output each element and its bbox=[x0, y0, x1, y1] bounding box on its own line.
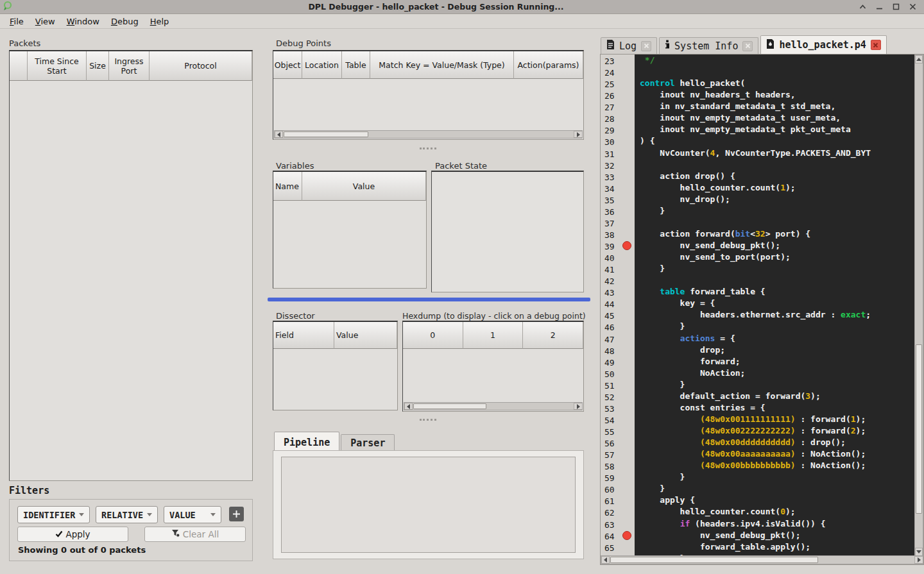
gutter-line[interactable]: 38 bbox=[601, 228, 635, 240]
editor-v-scrollbar[interactable] bbox=[914, 55, 923, 557]
column-header-table[interactable]: Table bbox=[342, 51, 370, 79]
close-icon[interactable] bbox=[742, 41, 753, 51]
gutter-line[interactable]: 50 bbox=[601, 367, 635, 379]
gutter-line[interactable]: 60 bbox=[601, 483, 635, 494]
splitter-handle[interactable] bbox=[420, 419, 436, 421]
menu-window[interactable]: Window bbox=[61, 15, 105, 28]
menu-file[interactable]: File bbox=[4, 15, 30, 28]
column-header-0[interactable]: 0 bbox=[403, 322, 463, 349]
debug-points-h-scrollbar[interactable] bbox=[274, 130, 583, 139]
gutter-line[interactable]: 62 bbox=[601, 506, 635, 518]
filter-dropdown-value[interactable]: VALUE bbox=[164, 506, 221, 523]
active-splitter-bar[interactable] bbox=[268, 298, 590, 301]
breakpoint-icon[interactable] bbox=[622, 241, 631, 250]
column-header-2[interactable]: 2 bbox=[523, 322, 583, 349]
filter-dropdown-relative[interactable]: RELATIVE bbox=[96, 506, 158, 523]
editor-gutter[interactable]: 2324252627282930313233343536373839404142… bbox=[601, 55, 635, 557]
gutter-line[interactable]: 54 bbox=[601, 414, 635, 425]
column-header-field[interactable]: Field bbox=[273, 322, 334, 349]
scroll-left-arrow-icon[interactable] bbox=[601, 556, 610, 564]
column-header-time-since-start[interactable]: Time Since Start bbox=[28, 51, 87, 81]
close-icon[interactable] bbox=[871, 40, 881, 50]
gutter-line[interactable]: 32 bbox=[601, 159, 635, 171]
gutter-line[interactable]: 24 bbox=[601, 66, 635, 78]
scroll-thumb[interactable] bbox=[610, 557, 818, 563]
column-header-name[interactable]: Name bbox=[273, 172, 302, 201]
tab-system-info[interactable]: System Info bbox=[659, 37, 758, 54]
gutter-line[interactable]: 47 bbox=[601, 333, 635, 344]
splitter-handle[interactable] bbox=[420, 148, 436, 149]
scroll-thumb[interactable] bbox=[916, 344, 922, 514]
clear-all-button[interactable]: Clear All bbox=[144, 527, 246, 542]
column-header-1[interactable]: 1 bbox=[463, 322, 524, 349]
shade-button[interactable] bbox=[859, 3, 866, 10]
column-header-size[interactable]: Size bbox=[87, 51, 109, 81]
gutter-line[interactable]: 56 bbox=[601, 437, 635, 448]
column-header-protocol[interactable]: Protocol bbox=[150, 51, 252, 81]
scroll-thumb[interactable] bbox=[284, 131, 368, 137]
column-header-location[interactable]: Location bbox=[302, 51, 342, 79]
gutter-line[interactable]: 63 bbox=[601, 518, 635, 530]
gutter-line[interactable]: 23 bbox=[601, 55, 635, 66]
gutter-line[interactable]: 51 bbox=[601, 379, 635, 391]
gutter-line[interactable]: 57 bbox=[601, 448, 635, 460]
gutter-line[interactable]: 48 bbox=[601, 344, 635, 356]
column-header-object[interactable]: Object bbox=[273, 51, 302, 79]
editor-h-scrollbar[interactable] bbox=[601, 555, 923, 564]
menu-help[interactable]: Help bbox=[144, 15, 175, 28]
gutter-line[interactable]: 44 bbox=[601, 298, 635, 309]
gutter-line[interactable]: 53 bbox=[601, 402, 635, 414]
gutter-line[interactable]: 35 bbox=[601, 194, 635, 205]
gutter-line[interactable]: 28 bbox=[601, 112, 635, 124]
scroll-left-arrow-icon[interactable] bbox=[275, 131, 283, 138]
gutter-line[interactable]: 59 bbox=[601, 471, 635, 483]
scroll-right-arrow-icon[interactable] bbox=[914, 556, 923, 564]
close-button[interactable] bbox=[909, 3, 916, 10]
scroll-left-arrow-icon[interactable] bbox=[404, 403, 413, 410]
tab-log[interactable]: Log bbox=[601, 37, 657, 54]
gutter-line[interactable]: 40 bbox=[601, 251, 635, 263]
gutter-line[interactable]: 43 bbox=[601, 286, 635, 298]
gutter-line[interactable]: 52 bbox=[601, 391, 635, 402]
gutter-line[interactable]: 30 bbox=[601, 135, 635, 147]
gutter-line[interactable]: 31 bbox=[601, 148, 635, 159]
gutter-line[interactable]: 61 bbox=[601, 494, 635, 506]
menu-view[interactable]: View bbox=[30, 15, 61, 28]
gutter-line[interactable]: 49 bbox=[601, 356, 635, 367]
gutter-line[interactable]: 36 bbox=[601, 205, 635, 217]
gutter-line[interactable]: 45 bbox=[601, 309, 635, 321]
gutter-line[interactable]: 42 bbox=[601, 274, 635, 286]
gutter-line[interactable]: 58 bbox=[601, 460, 635, 471]
tab-parser[interactable]: Parser bbox=[341, 434, 395, 451]
scroll-right-arrow-icon[interactable] bbox=[574, 403, 582, 410]
gutter-line[interactable]: 55 bbox=[601, 425, 635, 437]
scroll-right-arrow-icon[interactable] bbox=[574, 131, 582, 138]
tab-hello-packet-p4[interactable]: hello_packet.p4 bbox=[760, 35, 886, 54]
gutter-line[interactable]: 37 bbox=[601, 217, 635, 228]
add-filter-button[interactable] bbox=[229, 507, 244, 521]
column-header[interactable] bbox=[10, 51, 28, 81]
gutter-line[interactable]: 64 bbox=[601, 530, 635, 541]
close-icon[interactable] bbox=[641, 41, 651, 51]
column-header-ingress-port[interactable]: Ingress Port bbox=[109, 51, 150, 81]
gutter-line[interactable]: 25 bbox=[601, 78, 635, 89]
apply-button[interactable]: Apply bbox=[17, 527, 128, 542]
column-header-action-params[interactable]: Action(params) bbox=[514, 51, 583, 79]
gutter-line[interactable]: 26 bbox=[601, 89, 635, 101]
filter-dropdown-identifier[interactable]: IDENTIFIER bbox=[17, 506, 90, 523]
gutter-line[interactable]: 41 bbox=[601, 263, 635, 274]
column-header-value[interactable]: Value bbox=[302, 172, 426, 201]
gutter-line[interactable]: 33 bbox=[601, 171, 635, 182]
column-header-match-key-value-mask-type[interactable]: Match Key = Value/Mask (Type) bbox=[370, 51, 514, 79]
tab-pipeline[interactable]: Pipeline bbox=[274, 432, 339, 451]
column-header-value[interactable]: Value bbox=[334, 322, 397, 349]
gutter-line[interactable]: 39 bbox=[601, 240, 635, 251]
maximize-button[interactable] bbox=[893, 3, 900, 10]
gutter-line[interactable]: 34 bbox=[601, 182, 635, 194]
gutter-line[interactable]: 29 bbox=[601, 124, 635, 135]
gutter-line[interactable]: 27 bbox=[601, 101, 635, 112]
minimize-button[interactable] bbox=[876, 3, 883, 10]
gutter-line[interactable]: 65 bbox=[601, 541, 635, 553]
hexdump-h-scrollbar[interactable] bbox=[404, 402, 583, 410]
scroll-thumb[interactable] bbox=[413, 403, 486, 409]
